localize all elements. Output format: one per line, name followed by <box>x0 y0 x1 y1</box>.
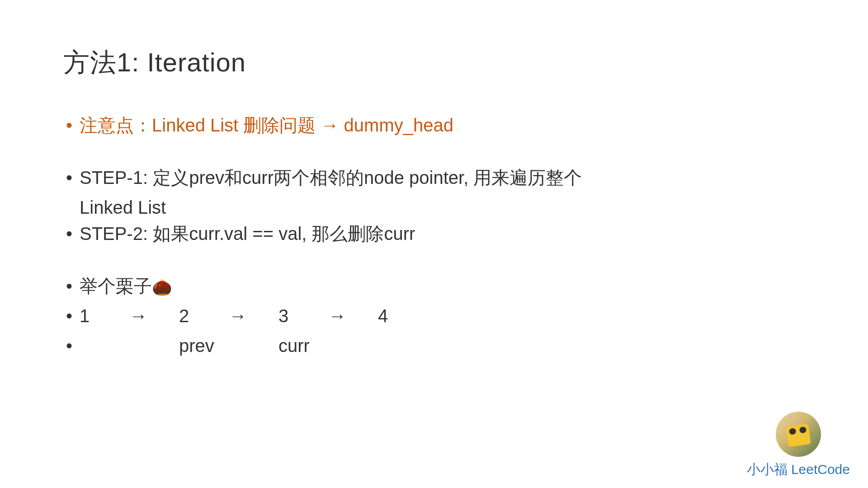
footer: 小小福 LeetCode <box>747 412 850 479</box>
node-1: 1 <box>80 303 129 329</box>
arrow-2: → <box>229 303 278 329</box>
prev-label: prev <box>179 333 278 359</box>
bullet-step2: STEP-2: 如果curr.val == val, 那么删除curr <box>63 221 805 247</box>
bullet-list-steps: STEP-1: 定义prev和curr两个相邻的node pointer, 用来… <box>63 164 805 191</box>
bullet-list-step2: STEP-2: 如果curr.val == val, 那么删除curr <box>63 221 805 247</box>
pointer-label-row: prev curr <box>80 333 805 359</box>
spacer <box>63 250 805 273</box>
linked-list-row: 1 → 2 → 3 → 4 <box>80 303 805 329</box>
spacer <box>63 142 805 164</box>
footer-author: 小小福 LeetCode <box>747 460 850 479</box>
node-3: 3 <box>278 303 328 329</box>
bullet-step1-cont: Linked List <box>63 194 805 221</box>
bullet-list-example: 举个栗子🌰 1 → 2 → 3 → 4 prev curr <box>63 273 805 359</box>
node-4: 4 <box>378 303 428 329</box>
bullet-step1: STEP-1: 定义prev和curr两个相邻的node pointer, 用来… <box>63 164 805 191</box>
bullet-highlight-note: 注意点：Linked List 删除问题 → dummy_head <box>63 112 805 138</box>
bullet-list: 注意点：Linked List 删除问题 → dummy_head <box>63 112 805 138</box>
node-2: 2 <box>179 303 229 329</box>
example-text: 举个栗子 <box>80 276 152 296</box>
avatar-graphic <box>786 424 811 447</box>
slide-container: 方法1: Iteration 注意点：Linked List 删除问题 → du… <box>0 0 868 359</box>
bullet-example: 举个栗子🌰 <box>63 273 805 299</box>
label-spacer <box>80 333 179 359</box>
avatar <box>776 412 821 457</box>
bullet-linked-list: 1 → 2 → 3 → 4 <box>63 303 805 329</box>
chestnut-icon: 🌰 <box>152 279 172 296</box>
arrow-3: → <box>328 303 378 329</box>
slide-title: 方法1: Iteration <box>63 45 805 80</box>
curr-label: curr <box>278 333 378 359</box>
bullet-pointer-labels: prev curr <box>63 333 805 359</box>
arrow-1: → <box>129 303 179 329</box>
